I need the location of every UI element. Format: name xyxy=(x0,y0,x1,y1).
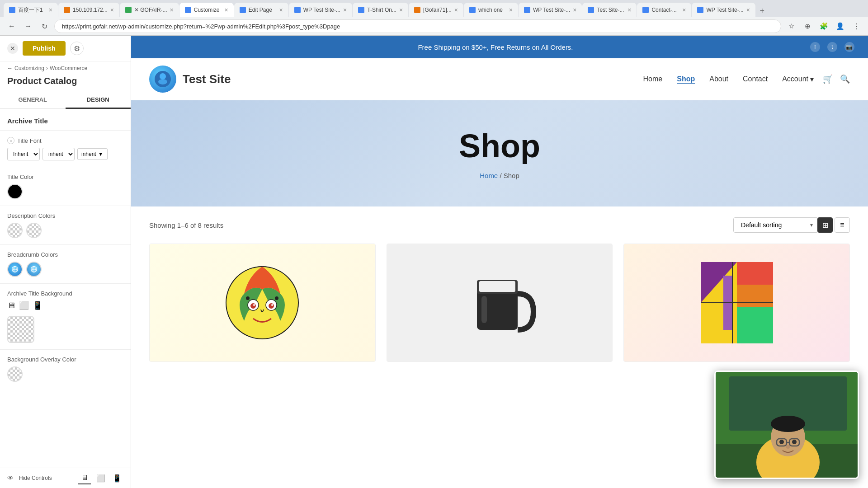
bg-tablet-icon[interactable]: ⬜ xyxy=(19,300,29,310)
site-nav: Home Shop About Contact Account ▾ xyxy=(643,75,814,84)
twitter-icon[interactable]: t xyxy=(827,42,837,52)
panel-settings-button[interactable]: ⚙ xyxy=(70,42,84,55)
tab-11[interactable]: Test Site-... × xyxy=(582,3,637,17)
tab-close-10[interactable]: × xyxy=(573,6,576,14)
profile-button[interactable]: 👤 xyxy=(834,20,846,33)
facebook-icon[interactable]: f xyxy=(810,42,820,52)
publish-button[interactable]: Publish xyxy=(23,41,66,56)
archive-title-bg-swatch[interactable] xyxy=(7,316,34,343)
nav-about[interactable]: About xyxy=(709,75,728,83)
tab-close-12[interactable]: × xyxy=(682,6,686,14)
tab-favicon-9 xyxy=(469,7,476,13)
font-weight-select[interactable]: inherit xyxy=(42,148,75,160)
tab-12[interactable]: Contact-... × xyxy=(637,3,691,17)
tab-close-11[interactable]: × xyxy=(627,6,631,14)
zoom-button[interactable]: ⊕ xyxy=(801,20,814,33)
bg-desktop-icon[interactable]: 🖥 xyxy=(7,301,15,310)
tab-close-9[interactable]: × xyxy=(509,6,513,14)
announcement-bar: Free Shipping on $50+, Free Returns on A… xyxy=(131,36,868,58)
tab-close-8[interactable]: × xyxy=(454,6,458,14)
extensions-button[interactable]: 🧩 xyxy=(817,20,830,33)
tab-5[interactable]: Edit Page × xyxy=(234,3,288,17)
tab-close-5[interactable]: × xyxy=(279,6,283,14)
bookmark-button[interactable]: ☆ xyxy=(785,20,797,33)
tab-9[interactable]: which one × xyxy=(464,3,518,17)
tab-close-4[interactable]: × xyxy=(225,6,228,14)
instagram-icon[interactable]: 📷 xyxy=(844,42,854,52)
description-color-swatch-2[interactable] xyxy=(26,223,42,238)
tab-close-6[interactable]: × xyxy=(343,6,347,14)
breadcrumb-colors-field: Breadcrumb Colors xyxy=(0,247,131,282)
font-selects: Inherit inherit inherit ▼ xyxy=(7,148,123,160)
tab-title-10: WP Test Site-... xyxy=(533,7,570,13)
svg-rect-30 xyxy=(737,307,773,343)
tab-design[interactable]: DESIGN xyxy=(66,92,131,109)
tab-favicon-1 xyxy=(9,7,15,13)
menu-button[interactable]: ⋮ xyxy=(850,20,863,33)
breadcrumb-color-swatch-2[interactable] xyxy=(26,262,42,277)
nav-home[interactable]: Home xyxy=(643,75,663,83)
back-arrow[interactable]: ← xyxy=(7,65,13,71)
svg-rect-24 xyxy=(481,296,487,323)
svg-point-10 xyxy=(158,79,167,84)
tab-8[interactable]: [Gofair71]... × xyxy=(409,3,463,17)
search-icon[interactable]: 🔍 xyxy=(840,74,850,84)
tab-3[interactable]: ✕ GOFAIR-... × xyxy=(120,3,179,17)
sort-select[interactable]: Default sorting Sort by popularity Sort … xyxy=(733,217,818,233)
tab-title-4: Customize xyxy=(194,7,220,13)
panel-close-button[interactable]: ✕ xyxy=(7,43,18,54)
bg-overlay-swatch[interactable] xyxy=(7,366,23,382)
nav-shop[interactable]: Shop xyxy=(677,75,695,83)
address-text: https://print.gofair.net/wp-admin/custom… xyxy=(62,23,340,30)
tab-4[interactable]: Customize × xyxy=(179,3,234,17)
list-view-button[interactable]: ≡ xyxy=(835,217,850,233)
tab-general[interactable]: GENERAL xyxy=(0,92,66,109)
reload-button[interactable]: ↻ xyxy=(38,20,51,33)
tab-title-3: ✕ GOFAIR-... xyxy=(134,7,167,13)
hide-controls-label[interactable]: Hide Controls xyxy=(19,475,52,481)
tab-13[interactable]: WP Test Site-... × xyxy=(692,3,755,17)
tab-7[interactable]: T-Shirt On... × xyxy=(353,3,408,17)
title-color-swatch-black[interactable] xyxy=(7,184,23,199)
panel-tabs: GENERAL DESIGN xyxy=(0,92,131,109)
desktop-device-button[interactable]: 🖥 xyxy=(78,472,91,484)
tab-10[interactable]: WP Test Site-... × xyxy=(519,3,582,17)
product-card-2 xyxy=(387,244,613,362)
tab-1[interactable]: 百度一下1 × xyxy=(4,3,58,17)
tablet-device-button[interactable]: ⬜ xyxy=(94,472,107,484)
description-color-swatch-1[interactable] xyxy=(7,223,23,238)
new-tab-button[interactable]: + xyxy=(756,5,769,17)
cart-icon[interactable]: 🛒 xyxy=(823,74,833,84)
font-family-select[interactable]: Inherit xyxy=(7,148,40,160)
tab-close-1[interactable]: × xyxy=(49,6,52,14)
mobile-device-button[interactable]: 📱 xyxy=(111,472,123,484)
tab-close-7[interactable]: × xyxy=(399,6,403,14)
divider-3 xyxy=(0,206,131,206)
tab-close-2[interactable]: × xyxy=(110,6,114,14)
breadcrumb-home-link[interactable]: Home xyxy=(480,172,498,179)
tab-favicon-2 xyxy=(64,7,70,13)
title-font-label: ○ Title Font xyxy=(7,137,123,144)
tab-close-3[interactable]: × xyxy=(170,6,174,14)
font-transform-select[interactable]: inherit ▼ xyxy=(77,148,108,160)
breadcrumb-woocommerce: WooCommerce xyxy=(50,65,87,71)
title-color-field: Title Color xyxy=(0,169,131,204)
tab-close-13[interactable]: × xyxy=(746,6,750,14)
breadcrumb-colors-label: Breadcrumb Colors xyxy=(7,251,123,258)
back-button[interactable]: ← xyxy=(5,20,18,33)
forward-button[interactable]: → xyxy=(22,20,34,33)
grid-view-button[interactable]: ⊞ xyxy=(817,217,833,233)
bg-mobile-icon[interactable]: 📱 xyxy=(33,300,42,310)
nav-account[interactable]: Account ▾ xyxy=(782,75,814,84)
sort-area: Default sorting Sort by popularity Sort … xyxy=(733,217,850,233)
nav-contact[interactable]: Contact xyxy=(743,75,768,83)
tab-title-9: which one xyxy=(478,7,503,13)
tab-2[interactable]: 150.109.172... × xyxy=(58,3,119,17)
address-input[interactable]: https://print.gofair.net/wp-admin/custom… xyxy=(54,19,781,33)
svg-point-19 xyxy=(246,296,250,300)
panel-title: Product Catalog xyxy=(0,75,131,92)
tab-6[interactable]: WP Test Site-... × xyxy=(289,3,352,17)
tab-favicon-12 xyxy=(642,7,649,13)
view-buttons: ⊞ ≡ xyxy=(817,217,850,233)
breadcrumb-color-swatch-1[interactable] xyxy=(7,262,23,277)
